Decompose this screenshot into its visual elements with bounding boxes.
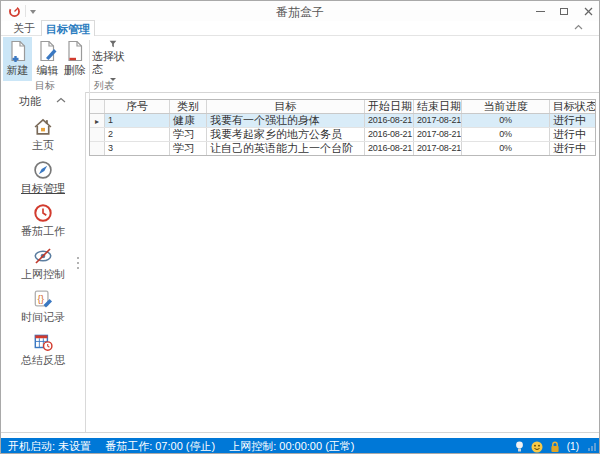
status-tomato-work: 番茄工作: 07:00 (停止) <box>105 439 215 454</box>
new-document-icon <box>6 39 30 63</box>
close-icon <box>584 7 593 16</box>
cell-status: 进行中 <box>550 128 595 141</box>
content-bottom-border <box>1 432 599 433</box>
cell-progress: 0% <box>462 142 550 155</box>
home-icon <box>32 116 54 138</box>
delete-goal-label: 删除 <box>64 64 86 77</box>
cell-category: 学习 <box>170 128 207 141</box>
sidebar-item-time-record-label: 时间记录 <box>1 311 85 324</box>
table-body: ▸ 1 健康 我要有一个强壮的身体 2016-08-21 2017-08-21 … <box>90 114 595 155</box>
select-status-button[interactable]: 选择状态 <box>92 37 134 81</box>
sidebar-item-tomato-work-label: 番茄工作 <box>1 225 85 238</box>
cell-start-date: 2016-08-21 <box>365 142 414 155</box>
calendar-clock-icon <box>32 331 54 353</box>
delete-document-icon <box>63 39 87 63</box>
collapse-panel-icon[interactable] <box>56 97 66 103</box>
resize-grip-icon <box>588 443 596 451</box>
cell-start-date: 2016-08-21 <box>365 114 414 127</box>
cell-seq: 2 <box>105 128 170 141</box>
table-row[interactable]: 2 学习 我要考起家乡的地方公务员 2016-08-21 2017-08-21 … <box>90 128 595 142</box>
sidebar-item-internet-control-label: 上网控制 <box>1 268 85 281</box>
cell-start-date: 2016-08-21 <box>365 128 414 141</box>
ribbon: 新建 编辑 删除 选择状态 目标 列表 <box>1 36 599 93</box>
sidebar-item-summary-reflection-label: 总结反思 <box>1 354 85 367</box>
cell-seq: 1 <box>105 114 170 127</box>
cell-status: 进行中 <box>550 142 595 155</box>
minimize-button[interactable] <box>533 4 547 18</box>
new-goal-button[interactable]: 新建 <box>3 37 32 81</box>
sidebar-header-label: 功能 <box>19 94 41 109</box>
row-selector-cell <box>90 128 105 141</box>
cell-goal: 让自己的英语能力上一个台阶 <box>207 142 365 155</box>
table-row[interactable]: 3 学习 让自己的英语能力上一个台阶 2016-08-21 2017-08-21… <box>90 142 595 155</box>
col-seq[interactable]: 序号 <box>105 100 170 113</box>
col-goal[interactable]: 目标 <box>207 100 365 113</box>
cell-end-date: 2017-08-21 <box>414 142 462 155</box>
col-status[interactable]: 目标状态 <box>550 100 595 113</box>
ribbon-tab-row: 关于 目标管理 <box>1 21 599 36</box>
status-internet-control: 上网控制: 00:00:00 (正常) <box>229 439 354 454</box>
title-bar: 番茄盒子 <box>1 1 599 21</box>
tab-about[interactable]: 关于 <box>9 21 39 35</box>
ribbon-group-goal: 目标 <box>1 80 89 92</box>
cell-end-date: 2017-08-21 <box>414 128 462 141</box>
app-window: 番茄盒子 关于 目标管理 新建 <box>0 0 600 454</box>
minimize-icon <box>536 11 545 12</box>
lightbulb-icon[interactable] <box>515 441 524 453</box>
new-goal-label: 新建 <box>7 64 29 77</box>
filter-funnel-icon <box>101 39 125 49</box>
cell-category: 健康 <box>170 114 207 127</box>
status-boot: 开机启动: 未设置 <box>8 439 91 454</box>
lock-icon[interactable] <box>550 441 560 453</box>
goals-table: 序号 类别 目标 开始日期 结束日期 当前进度 目标状态 ▸ 1 健康 我要有一… <box>89 99 596 156</box>
table-row[interactable]: ▸ 1 健康 我要有一个强壮的身体 2016-08-21 2017-08-21 … <box>90 114 595 128</box>
window-title: 番茄盒子 <box>1 4 599 21</box>
sidebar-item-time-record[interactable]: {} 时间记录 <box>1 286 85 328</box>
edit-goal-button[interactable]: 编辑 <box>34 37 61 81</box>
col-end-date[interactable]: 结束日期 <box>414 100 462 113</box>
current-row-arrow-icon: ▸ <box>95 117 99 126</box>
cell-goal: 我要有一个强壮的身体 <box>207 114 365 127</box>
cell-end-date: 2017-08-21 <box>414 114 462 127</box>
cell-progress: 0% <box>462 128 550 141</box>
sidebar-item-home-label: 主页 <box>1 139 85 152</box>
close-button[interactable] <box>581 4 595 18</box>
cell-goal: 我要考起家乡的地方公务员 <box>207 128 365 141</box>
ribbon-group-list: 列表 <box>87 80 121 92</box>
sidebar-item-goal-management[interactable]: 目标管理 <box>1 157 85 199</box>
status-bar: 开机启动: 未设置 番茄工作: 07:00 (停止) 上网控制: 00:00:0… <box>1 438 599 454</box>
sidebar-item-home[interactable]: 主页 <box>1 114 85 156</box>
cell-category: 学习 <box>170 142 207 155</box>
select-status-label: 选择状态 <box>92 50 134 76</box>
svg-text:{}: {} <box>38 293 45 304</box>
maximize-button[interactable] <box>557 4 571 18</box>
cell-status: 进行中 <box>550 114 595 127</box>
smiley-face-icon[interactable] <box>531 441 543 453</box>
eye-off-icon <box>32 245 54 267</box>
cell-progress: 0% <box>462 114 550 127</box>
col-start-date[interactable]: 开始日期 <box>365 100 414 113</box>
cell-seq: 3 <box>105 142 170 155</box>
col-progress[interactable]: 当前进度 <box>462 100 550 113</box>
row-selector-cell: ▸ <box>90 114 105 127</box>
sidebar-item-tomato-work[interactable]: 番茄工作 <box>1 200 85 242</box>
table-header-row: 序号 类别 目标 开始日期 结束日期 当前进度 目标状态 <box>90 100 595 114</box>
row-selector-cell <box>90 142 105 155</box>
tomato-timer-icon <box>32 202 54 224</box>
col-category[interactable]: 类别 <box>170 100 207 113</box>
sidebar-item-summary-reflection[interactable]: 总结反思 <box>1 329 85 371</box>
sidebar: 功能 主页 目标管理 番 <box>1 92 86 432</box>
sidebar-item-internet-control[interactable]: 上网控制 <box>1 243 85 285</box>
lock-count: (1) <box>567 441 579 452</box>
tab-goal-management[interactable]: 目标管理 <box>41 20 95 37</box>
edit-document-icon <box>36 39 60 63</box>
collapse-ribbon-icon[interactable] <box>574 24 583 30</box>
sidebar-item-goal-management-label: 目标管理 <box>1 182 85 195</box>
maximize-icon <box>560 8 568 15</box>
sidebar-header: 功能 <box>1 94 85 110</box>
edit-goal-label: 编辑 <box>37 64 59 77</box>
sidebar-splitter-handle[interactable] <box>76 257 80 271</box>
delete-goal-button[interactable]: 删除 <box>62 37 88 81</box>
braces-pencil-icon: {} <box>32 288 54 310</box>
compass-icon <box>32 159 54 181</box>
